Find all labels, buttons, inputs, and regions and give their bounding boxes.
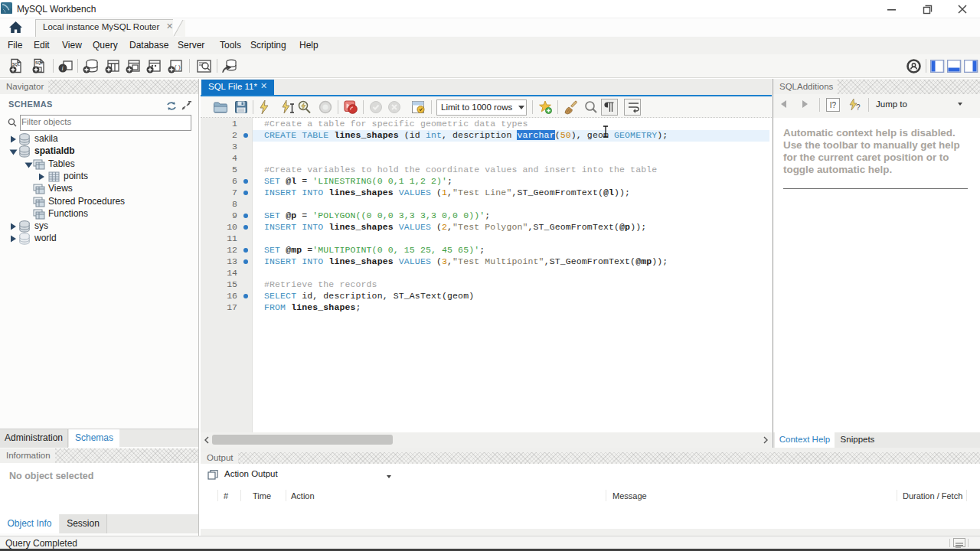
svg-text:?: ?: [856, 103, 861, 112]
svg-text:i: i: [62, 65, 64, 72]
svg-text:SQL: SQL: [35, 60, 43, 65]
svg-text:SQL: SQL: [12, 62, 20, 67]
